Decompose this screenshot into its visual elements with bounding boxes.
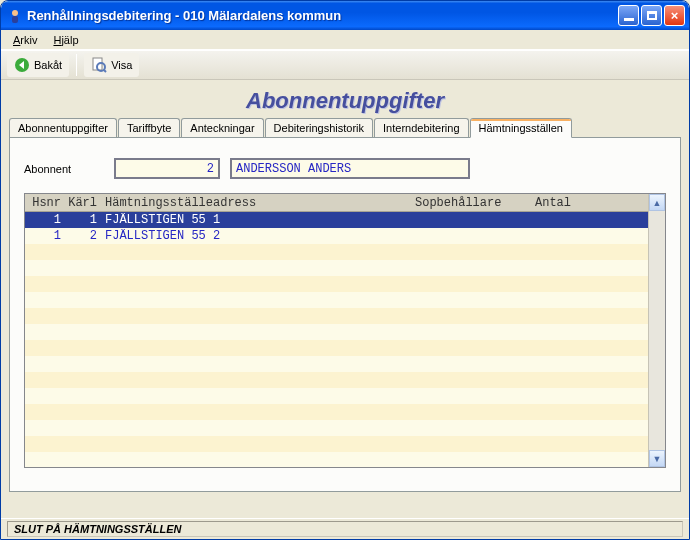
scroll-down-button[interactable]: ▼: [649, 450, 665, 467]
table-row[interactable]: 12FJÄLLSTIGEN 55 2: [25, 228, 648, 244]
tab-tariffbyte[interactable]: Tariffbyte: [118, 118, 180, 137]
window-title: Renhållningsdebitering - 010 Mälardalens…: [27, 8, 618, 23]
abonnent-label: Abonnent: [24, 163, 104, 175]
abonnent-id-field[interactable]: [114, 158, 220, 179]
scroll-track[interactable]: [649, 211, 665, 450]
show-button[interactable]: Visa: [84, 53, 139, 77]
content-area: Abonnentuppgifter AbonnentuppgifterTarif…: [1, 80, 689, 518]
app-icon: [7, 8, 23, 24]
table-row-empty: [25, 356, 648, 372]
close-button[interactable]: ×: [664, 5, 685, 26]
maximize-button[interactable]: [641, 5, 662, 26]
grid-header: Hsnr Kärl Hämtningsställeadress Sopbehål…: [25, 194, 648, 212]
menu-arkiv[interactable]: Arkiv: [5, 32, 45, 48]
col-karl: Kärl: [65, 196, 101, 210]
table-row-empty: [25, 436, 648, 452]
svg-line-5: [104, 70, 106, 72]
titlebar: Renhållningsdebitering - 010 Mälardalens…: [1, 1, 689, 30]
minimize-button[interactable]: [618, 5, 639, 26]
col-addr: Hämtningsställeadress: [101, 196, 411, 210]
page-title: Abonnentuppgifter: [9, 88, 681, 114]
table-row-empty: [25, 372, 648, 388]
grid-scrollbar[interactable]: ▲ ▼: [648, 194, 665, 467]
table-row-empty: [25, 292, 648, 308]
col-sopb: Sopbehållare: [411, 196, 531, 210]
preview-icon: [91, 57, 107, 73]
back-button[interactable]: Bakåt: [7, 53, 69, 77]
tab-abonnentuppgifter[interactable]: Abonnentuppgifter: [9, 118, 117, 137]
table-row-empty: [25, 324, 648, 340]
scroll-up-button[interactable]: ▲: [649, 194, 665, 211]
toolbar: Bakåt Visa: [1, 50, 689, 80]
show-label: Visa: [111, 59, 132, 71]
tab-hämtningsställen[interactable]: Hämtningsställen: [470, 118, 572, 138]
svg-rect-1: [12, 16, 18, 23]
tab-debiteringshistorik[interactable]: Debiteringshistorik: [265, 118, 373, 137]
table-row-empty: [25, 404, 648, 420]
table-row-empty: [25, 308, 648, 324]
back-label: Bakåt: [34, 59, 62, 71]
status-text: SLUT PÅ HÄMTNINGSSTÄLLEN: [7, 521, 683, 537]
table-row-empty: [25, 340, 648, 356]
table-row[interactable]: 11FJÄLLSTIGEN 55 1: [25, 212, 648, 228]
statusbar: SLUT PÅ HÄMTNINGSSTÄLLEN: [1, 518, 689, 539]
hamtningsstallen-grid: Hsnr Kärl Hämtningsställeadress Sopbehål…: [24, 193, 666, 468]
menubar: Arkiv Hjälp: [1, 30, 689, 50]
tabstrip: AbonnentuppgifterTariffbyteAnteckningarD…: [9, 118, 681, 137]
toolbar-separator: [76, 54, 77, 76]
table-row-empty: [25, 388, 648, 404]
col-hsnr: Hsnr: [25, 196, 65, 210]
svg-point-0: [12, 10, 18, 16]
table-row-empty: [25, 260, 648, 276]
table-row-empty: [25, 452, 648, 467]
table-row-empty: [25, 420, 648, 436]
tab-interndebitering[interactable]: Interndebitering: [374, 118, 468, 137]
tab-anteckningar[interactable]: Anteckningar: [181, 118, 263, 137]
back-icon: [14, 57, 30, 73]
menu-hjalp[interactable]: Hjälp: [45, 32, 86, 48]
table-row-empty: [25, 276, 648, 292]
abonnent-name-field[interactable]: [230, 158, 470, 179]
table-row-empty: [25, 244, 648, 260]
col-antal: Antal: [531, 196, 591, 210]
tab-hamtningsstallen: Abonnent Hsnr Kärl Hämtningsställeadress…: [9, 137, 681, 492]
